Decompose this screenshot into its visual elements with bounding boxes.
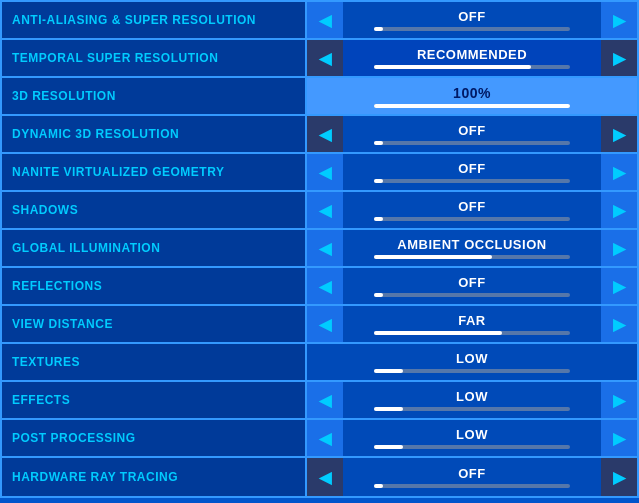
setting-row-nanite: NANITE VIRTUALIZED GEOMETRY◀OFF▶ <box>2 154 637 192</box>
setting-row-temporal-super-resolution: TEMPORAL SUPER RESOLUTION◀RECOMMENDED▶ <box>2 40 637 78</box>
value-area-anti-aliasing: OFF <box>343 5 601 35</box>
chevron-right-icon: ▶ <box>613 468 625 487</box>
arrow-left-effects[interactable]: ◀ <box>307 382 343 418</box>
arrow-left-hardware-ray-tracing[interactable]: ◀ <box>307 458 343 496</box>
chevron-left-icon: ◀ <box>319 277 331 296</box>
chevron-left-icon: ◀ <box>319 49 331 68</box>
value-bar-fill-nanite <box>374 179 384 183</box>
chevron-left-icon: ◀ <box>319 201 331 220</box>
arrow-right-dynamic-3d-resolution[interactable]: ▶ <box>601 116 637 152</box>
chevron-right-icon: ▶ <box>613 277 625 296</box>
setting-label-view-distance: VIEW DISTANCE <box>2 306 307 342</box>
arrow-left-post-processing[interactable]: ◀ <box>307 420 343 456</box>
value-text-hardware-ray-tracing: OFF <box>458 466 486 481</box>
setting-row-dynamic-3d-resolution: DYNAMIC 3D RESOLUTION◀OFF▶ <box>2 116 637 154</box>
setting-row-3d-resolution: 3D RESOLUTION100% <box>2 78 637 116</box>
value-area-3d-resolution: 100% <box>343 81 601 112</box>
arrow-right-post-processing[interactable]: ▶ <box>601 420 637 456</box>
arrow-left-reflections[interactable]: ◀ <box>307 268 343 304</box>
setting-row-anti-aliasing: ANTI-ALIASING & SUPER RESOLUTION◀OFF▶ <box>2 2 637 40</box>
chevron-right-icon: ▶ <box>613 239 625 258</box>
arrow-right-hardware-ray-tracing[interactable]: ▶ <box>601 458 637 496</box>
arrow-left-dynamic-3d-resolution[interactable]: ◀ <box>307 116 343 152</box>
value-text-global-illumination: AMBIENT OCCLUSION <box>397 237 546 252</box>
value-bar-fill-anti-aliasing <box>374 27 384 31</box>
setting-label-dynamic-3d-resolution: DYNAMIC 3D RESOLUTION <box>2 116 307 152</box>
value-bar-shadows <box>374 217 571 221</box>
setting-control-anti-aliasing: ◀OFF▶ <box>307 2 637 38</box>
value-bar-fill-temporal-super-resolution <box>374 65 531 69</box>
setting-control-shadows: ◀OFF▶ <box>307 192 637 228</box>
value-text-nanite: OFF <box>458 161 486 176</box>
setting-label-global-illumination: GLOBAL ILLUMINATION <box>2 230 307 266</box>
value-text-anti-aliasing: OFF <box>458 9 486 24</box>
arrow-right-view-distance[interactable]: ▶ <box>601 306 637 342</box>
setting-control-effects: ◀LOW▶ <box>307 382 637 418</box>
value-text-post-processing: LOW <box>456 427 488 442</box>
setting-row-hardware-ray-tracing: HARDWARE RAY TRACING◀OFF▶ <box>2 458 637 496</box>
arrow-right-global-illumination[interactable]: ▶ <box>601 230 637 266</box>
setting-row-effects: EFFECTS◀LOW▶ <box>2 382 637 420</box>
chevron-right-icon: ▶ <box>613 201 625 220</box>
setting-label-post-processing: POST PROCESSING <box>2 420 307 456</box>
chevron-right-icon: ▶ <box>613 315 625 334</box>
setting-control-post-processing: ◀LOW▶ <box>307 420 637 456</box>
arrow-left-temporal-super-resolution[interactable]: ◀ <box>307 40 343 76</box>
value-bar-fill-3d-resolution <box>374 104 571 108</box>
value-bar-3d-resolution <box>374 104 571 108</box>
chevron-left-icon: ◀ <box>319 391 331 410</box>
setting-label-textures: TEXTURES <box>2 344 307 380</box>
setting-row-shadows: SHADOWS◀OFF▶ <box>2 192 637 230</box>
setting-control-temporal-super-resolution: ◀RECOMMENDED▶ <box>307 40 637 76</box>
value-bar-nanite <box>374 179 571 183</box>
setting-row-textures: TEXTURESLOW <box>2 344 637 382</box>
chevron-left-icon: ◀ <box>319 315 331 334</box>
chevron-left-icon: ◀ <box>319 239 331 258</box>
setting-label-anti-aliasing: ANTI-ALIASING & SUPER RESOLUTION <box>2 2 307 38</box>
arrow-left-shadows[interactable]: ◀ <box>307 192 343 228</box>
value-area-reflections: OFF <box>343 271 601 301</box>
value-bar-effects <box>374 407 571 411</box>
setting-row-global-illumination: GLOBAL ILLUMINATION◀AMBIENT OCCLUSION▶ <box>2 230 637 268</box>
value-bar-post-processing <box>374 445 571 449</box>
arrow-right-effects[interactable]: ▶ <box>601 382 637 418</box>
value-bar-fill-post-processing <box>374 445 404 449</box>
value-bar-fill-reflections <box>374 293 384 297</box>
value-area-global-illumination: AMBIENT OCCLUSION <box>343 233 601 263</box>
arrow-left-global-illumination[interactable]: ◀ <box>307 230 343 266</box>
arrow-right-temporal-super-resolution[interactable]: ▶ <box>601 40 637 76</box>
chevron-left-icon: ◀ <box>319 163 331 182</box>
value-bar-view-distance <box>374 331 571 335</box>
value-bar-textures <box>374 369 571 373</box>
chevron-right-icon: ▶ <box>613 49 625 68</box>
chevron-right-icon: ▶ <box>613 391 625 410</box>
setting-control-global-illumination: ◀AMBIENT OCCLUSION▶ <box>307 230 637 266</box>
arrow-right-shadows[interactable]: ▶ <box>601 192 637 228</box>
setting-label-hardware-ray-tracing: HARDWARE RAY TRACING <box>2 458 307 496</box>
value-text-reflections: OFF <box>458 275 486 290</box>
value-area-shadows: OFF <box>343 195 601 225</box>
value-area-textures: LOW <box>343 347 601 377</box>
value-area-view-distance: FAR <box>343 309 601 339</box>
chevron-right-icon: ▶ <box>613 163 625 182</box>
arrow-right-nanite[interactable]: ▶ <box>601 154 637 190</box>
value-bar-fill-textures <box>374 369 404 373</box>
setting-control-textures: LOW <box>307 344 637 380</box>
value-bar-fill-effects <box>374 407 404 411</box>
setting-label-3d-resolution: 3D RESOLUTION <box>2 78 307 114</box>
setting-row-view-distance: VIEW DISTANCE◀FAR▶ <box>2 306 637 344</box>
arrow-right-reflections[interactable]: ▶ <box>601 268 637 304</box>
arrow-left-anti-aliasing[interactable]: ◀ <box>307 2 343 38</box>
value-bar-anti-aliasing <box>374 27 571 31</box>
chevron-right-icon: ▶ <box>613 429 625 448</box>
value-text-effects: LOW <box>456 389 488 404</box>
chevron-left-icon: ◀ <box>319 468 331 487</box>
value-text-temporal-super-resolution: RECOMMENDED <box>417 47 527 62</box>
arrow-left-view-distance[interactable]: ◀ <box>307 306 343 342</box>
value-text-dynamic-3d-resolution: OFF <box>458 123 486 138</box>
setting-control-dynamic-3d-resolution: ◀OFF▶ <box>307 116 637 152</box>
value-area-post-processing: LOW <box>343 423 601 453</box>
value-area-dynamic-3d-resolution: OFF <box>343 119 601 149</box>
arrow-right-anti-aliasing[interactable]: ▶ <box>601 2 637 38</box>
arrow-left-nanite[interactable]: ◀ <box>307 154 343 190</box>
